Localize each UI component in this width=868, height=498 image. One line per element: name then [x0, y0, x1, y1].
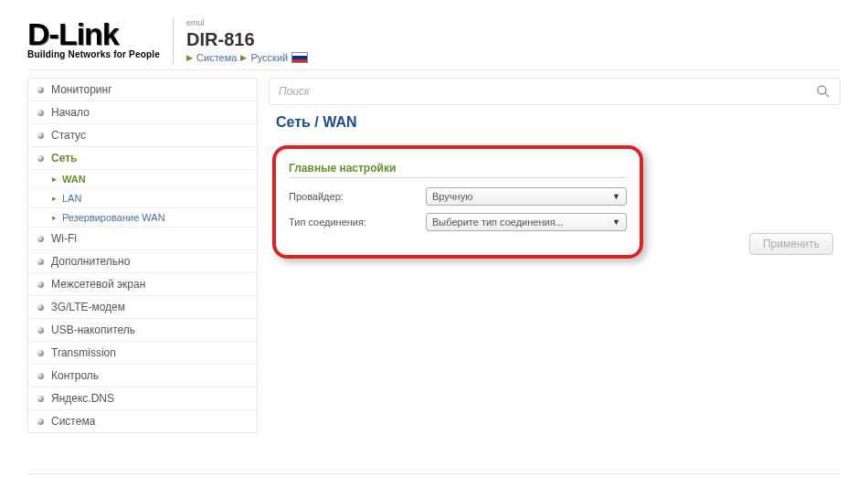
flag-ru-icon[interactable]	[291, 52, 308, 63]
bullet-icon	[37, 155, 44, 162]
svg-line-1	[825, 93, 829, 97]
search-placeholder: Поиск	[279, 85, 310, 98]
sidebar-subitem-wan-backup[interactable]: ▸Резервирование WAN	[28, 208, 257, 228]
chevron-down-icon: ▼	[612, 217, 620, 227]
sidebar-item-status[interactable]: Статус	[28, 124, 257, 147]
provider-select[interactable]: Вручную ▼	[426, 187, 627, 206]
section-title: Главные настройки	[289, 162, 627, 178]
bullet-icon	[37, 373, 44, 379]
sidebar-item-control[interactable]: Контроль	[28, 365, 257, 387]
brand-name: D-Link	[27, 18, 160, 49]
sidebar-item-label: Сеть	[51, 152, 77, 164]
sidebar-item-network[interactable]: Сеть	[28, 147, 257, 170]
sidebar-item-yandexdns[interactable]: Яндекс.DNS	[28, 387, 257, 410]
sidebar-item-label: USB-накопитель	[51, 323, 135, 336]
sidebar-item-monitoring[interactable]: Мониторинг	[28, 79, 257, 101]
sidebar-subitem-label: Резервирование WAN	[62, 212, 165, 223]
sidebar-item-label: Мониторинг	[51, 83, 112, 96]
breadcrumb-language[interactable]: Русский	[250, 52, 288, 63]
bullet-icon	[37, 110, 44, 116]
sidebar-item-label: Дополнительно	[51, 255, 130, 268]
apply-button[interactable]: Применить	[749, 233, 833, 255]
settings-panel: Главные настройки Провайдер: Вручную ▼ Т…	[272, 145, 643, 259]
connection-type-value: Выберите тип соединения...	[432, 217, 564, 228]
provider-label: Провайдер:	[289, 191, 426, 202]
connection-type-label: Тип соединения:	[289, 217, 426, 228]
header-right: emul DIR-816 ▶ Система ▶ Русский	[186, 18, 308, 63]
footer-divider	[27, 473, 841, 474]
sidebar-item-label: Контроль	[51, 369, 99, 382]
chevron-right-icon: ▸	[52, 213, 57, 222]
sidebar-item-firewall[interactable]: Межсетевой экран	[28, 273, 257, 296]
sidebar-item-label: Яндекс.DNS	[51, 392, 114, 405]
bullet-icon	[37, 396, 44, 402]
connection-type-select[interactable]: Выберите тип соединения... ▼	[426, 213, 627, 231]
sidebar-item-advanced[interactable]: Дополнительно	[28, 250, 257, 273]
sidebar-item-usb[interactable]: USB-накопитель	[28, 319, 257, 342]
chevron-right-icon: ▸	[52, 194, 57, 203]
chevron-down-icon: ▼	[612, 192, 620, 201]
svg-point-0	[818, 86, 826, 94]
sidebar-item-transmission[interactable]: Transmission	[28, 342, 257, 365]
bullet-icon	[37, 304, 44, 311]
header: D-Link Building Networks for People emul…	[27, 18, 841, 70]
bullet-icon	[37, 419, 44, 425]
sidebar-subitem-label: LAN	[62, 193, 81, 204]
sidebar-item-wifi[interactable]: Wi-Fi	[28, 228, 257, 250]
bullet-icon	[37, 132, 44, 139]
breadcrumb: ▶ Система ▶ Русский	[186, 52, 308, 63]
main-content: Поиск Сеть / WAN Главные настройки Прова…	[269, 78, 841, 259]
bullet-icon	[37, 87, 44, 93]
provider-row: Провайдер: Вручную ▼	[289, 187, 627, 206]
sidebar-item-modem[interactable]: 3G/LTE-модем	[28, 296, 257, 319]
page-title: Сеть / WAN	[276, 114, 841, 131]
sidebar: Мониторинг Начало Статус Сеть ▸WAN ▸LAN …	[27, 78, 258, 433]
header-divider	[173, 18, 174, 64]
provider-value: Вручную	[432, 191, 472, 202]
sidebar-item-label: Transmission	[51, 346, 116, 359]
sidebar-item-start[interactable]: Начало	[28, 101, 257, 124]
chevron-right-icon: ▶	[240, 53, 247, 62]
sidebar-item-label: 3G/LTE-модем	[51, 301, 125, 313]
bullet-icon	[37, 327, 44, 334]
breadcrumb-system[interactable]: Система	[196, 52, 237, 63]
chevron-right-icon: ▶	[186, 53, 193, 62]
sidebar-subitem-label: WAN	[62, 174, 86, 185]
sidebar-item-label: Межсетевой экран	[51, 278, 145, 291]
sidebar-subitem-wan[interactable]: ▸WAN	[28, 170, 257, 189]
brand-tagline: Building Networks for People	[27, 49, 160, 59]
bullet-icon	[37, 236, 44, 242]
chevron-right-icon: ▸	[52, 175, 57, 184]
header-tag: emul	[186, 18, 308, 27]
sidebar-item-label: Система	[51, 415, 95, 428]
sidebar-subitem-lan[interactable]: ▸LAN	[28, 189, 257, 208]
sidebar-item-system[interactable]: Система	[28, 410, 257, 432]
search-icon	[816, 84, 831, 99]
brand-logo: D-Link Building Networks for People	[27, 18, 160, 59]
sidebar-item-label: Wi-Fi	[51, 232, 77, 245]
search-input[interactable]: Поиск	[269, 78, 841, 105]
bullet-icon	[37, 281, 44, 288]
connection-type-row: Тип соединения: Выберите тип соединения.…	[289, 213, 627, 231]
bullet-icon	[37, 350, 44, 356]
sidebar-item-label: Начало	[51, 106, 90, 119]
model-number: DIR-816	[186, 29, 308, 50]
bullet-icon	[37, 259, 44, 265]
sidebar-item-label: Статус	[51, 129, 86, 142]
